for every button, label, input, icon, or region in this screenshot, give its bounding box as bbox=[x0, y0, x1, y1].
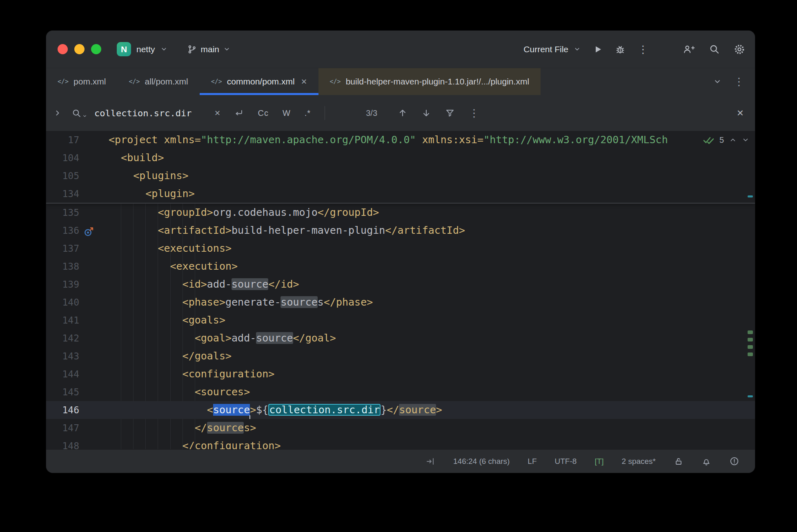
current-search-match[interactable]: collection.src.dir bbox=[268, 404, 381, 416]
tab-close-icon[interactable]: × bbox=[301, 77, 307, 86]
tab[interactable]: </>build-helper-maven-plugin-1.10.jar!/.… bbox=[318, 68, 541, 95]
code-line[interactable]: 135 <groupId>org.codehaus.mojo</groupId> bbox=[46, 204, 755, 222]
code-line[interactable]: 138 <execution> bbox=[46, 257, 755, 275]
tab[interactable]: </>common/pom.xml× bbox=[200, 68, 318, 95]
notifications-bell-icon[interactable] bbox=[701, 457, 711, 466]
line-number[interactable]: 148 bbox=[46, 437, 79, 449]
code-line[interactable]: 136 <artifactId>build-helper-maven-plugi… bbox=[46, 222, 755, 239]
more-actions-icon[interactable]: ⋮ bbox=[638, 44, 648, 55]
inspections-widget[interactable]: 5 bbox=[697, 131, 749, 149]
regex-toggle[interactable]: .* bbox=[305, 109, 311, 118]
hidden-tabs-chevron-icon[interactable] bbox=[713, 78, 721, 86]
code-line[interactable]: 148 </configuration> bbox=[46, 437, 755, 449]
line-number[interactable]: 143 bbox=[46, 347, 79, 365]
line-number[interactable]: 147 bbox=[46, 419, 79, 437]
run-button[interactable] bbox=[593, 44, 603, 54]
code-text: <goals> bbox=[98, 311, 755, 329]
code-line[interactable]: 142 <goal>add-source</goal> bbox=[46, 329, 755, 347]
line-number[interactable]: 138 bbox=[46, 257, 79, 275]
code-line[interactable]: 17<project xmlns="http://maven.apache.or… bbox=[46, 131, 755, 149]
code-with-me-icon[interactable] bbox=[683, 44, 695, 55]
code-line[interactable]: 141 <goals> bbox=[46, 311, 755, 329]
inspections-count: 5 bbox=[719, 131, 724, 149]
close-search-icon[interactable]: × bbox=[737, 107, 744, 119]
code-line[interactable]: 139 <id>add-source</id> bbox=[46, 275, 755, 293]
code-line[interactable]: 146 <source>${collection.src.dir}</sourc… bbox=[46, 401, 755, 419]
line-number[interactable]: 104 bbox=[46, 149, 79, 167]
code-line[interactable]: 147 </sources> bbox=[46, 419, 755, 437]
inspections-status-icon[interactable] bbox=[729, 456, 739, 466]
line-number[interactable]: 135 bbox=[46, 204, 79, 222]
line-number[interactable]: 141 bbox=[46, 311, 79, 329]
line-number[interactable]: 142 bbox=[46, 329, 79, 347]
project-widget[interactable]: N netty bbox=[117, 42, 167, 56]
line-number[interactable]: 146 bbox=[46, 401, 79, 419]
chevron-down-icon bbox=[160, 46, 167, 53]
whole-words-toggle[interactable]: W bbox=[283, 109, 291, 118]
line-number[interactable]: 139 bbox=[46, 275, 79, 293]
code-line[interactable]: 134 <plugin> bbox=[46, 185, 755, 203]
search-filter-icon[interactable] bbox=[445, 108, 455, 118]
search-icon bbox=[71, 108, 82, 118]
stripe-mark[interactable] bbox=[748, 352, 753, 356]
code-text: </goals> bbox=[98, 347, 755, 365]
tab-indicator[interactable]: [T] bbox=[594, 457, 603, 466]
debug-button[interactable] bbox=[615, 44, 626, 55]
code-line[interactable]: 105 <plugins> bbox=[46, 167, 755, 185]
file-encoding[interactable]: UTF-8 bbox=[555, 457, 577, 466]
expand-replace-chevron-icon[interactable] bbox=[53, 109, 62, 117]
stripe-mark[interactable] bbox=[748, 345, 753, 349]
line-number[interactable]: 144 bbox=[46, 365, 79, 383]
line-number[interactable]: 134 bbox=[46, 185, 79, 203]
caret-position[interactable]: 146:24 (6 chars) bbox=[453, 457, 510, 466]
scrollbar-error-stripe[interactable] bbox=[747, 131, 754, 449]
next-occurrence-icon[interactable] bbox=[421, 108, 431, 118]
code-line[interactable]: 137 <executions> bbox=[46, 239, 755, 257]
indent-info[interactable]: 2 spaces* bbox=[622, 457, 656, 466]
run-configuration-name: Current File bbox=[523, 44, 568, 54]
tab-options-icon[interactable]: ⋮ bbox=[734, 76, 744, 87]
code-line[interactable]: 143 </goals> bbox=[46, 347, 755, 365]
line-number[interactable]: 136 bbox=[46, 222, 79, 239]
minimize-window-button[interactable] bbox=[74, 44, 85, 54]
search-everywhere-icon[interactable] bbox=[709, 44, 720, 55]
line-number[interactable]: 105 bbox=[46, 167, 79, 185]
line-number[interactable]: 140 bbox=[46, 293, 79, 311]
stripe-mark[interactable] bbox=[748, 195, 753, 197]
search-options-icon[interactable]: ⋮ bbox=[469, 108, 479, 118]
code-line[interactable]: 104 <build> bbox=[46, 149, 755, 167]
search-history-button[interactable] bbox=[71, 108, 87, 118]
previous-problem-chevron-icon[interactable] bbox=[729, 136, 737, 144]
zoom-window-button[interactable] bbox=[91, 44, 101, 54]
tab-label: build-helper-maven-plugin-1.10.jar!/.../… bbox=[346, 77, 529, 86]
code-line[interactable]: 144 <configuration> bbox=[46, 365, 755, 383]
previous-occurrence-icon[interactable] bbox=[398, 108, 407, 118]
stripe-mark[interactable] bbox=[748, 338, 753, 341]
line-number[interactable]: 137 bbox=[46, 239, 79, 257]
vcs-widget[interactable]: main bbox=[187, 44, 231, 54]
editor[interactable]: 17<project xmlns="http://maven.apache.or… bbox=[46, 131, 755, 449]
search-input[interactable]: collection.src.dir bbox=[94, 108, 191, 118]
stripe-mark[interactable] bbox=[748, 330, 753, 334]
next-problem-chevron-icon[interactable] bbox=[742, 136, 749, 144]
run-configuration-selector[interactable]: Current File bbox=[523, 44, 581, 54]
code-text: <plugin> bbox=[98, 185, 755, 203]
code-text: <id>add-source</id> bbox=[98, 275, 755, 293]
code-text: <project xmlns="http://maven.apache.org/… bbox=[98, 131, 755, 149]
settings-gear-icon[interactable] bbox=[734, 44, 745, 55]
tab[interactable]: </>all/pom.xml bbox=[117, 68, 199, 95]
line-number[interactable]: 145 bbox=[46, 383, 79, 401]
new-line-icon[interactable] bbox=[234, 108, 244, 118]
clear-search-icon[interactable]: × bbox=[214, 108, 220, 118]
code-line[interactable]: 140 <phase>generate-sources</phase> bbox=[46, 293, 755, 311]
code-text: <executions> bbox=[98, 239, 755, 257]
tab[interactable]: </>pom.xml bbox=[46, 68, 117, 95]
stripe-mark[interactable] bbox=[748, 395, 753, 397]
code-line[interactable]: 145 <sources> bbox=[46, 383, 755, 401]
column-jump-icon[interactable] bbox=[425, 457, 435, 466]
match-case-toggle[interactable]: Cc bbox=[258, 109, 268, 118]
line-number[interactable]: 17 bbox=[46, 131, 79, 149]
close-window-button[interactable] bbox=[58, 44, 68, 54]
line-separator[interactable]: LF bbox=[528, 457, 537, 466]
unlock-icon[interactable] bbox=[674, 457, 683, 466]
